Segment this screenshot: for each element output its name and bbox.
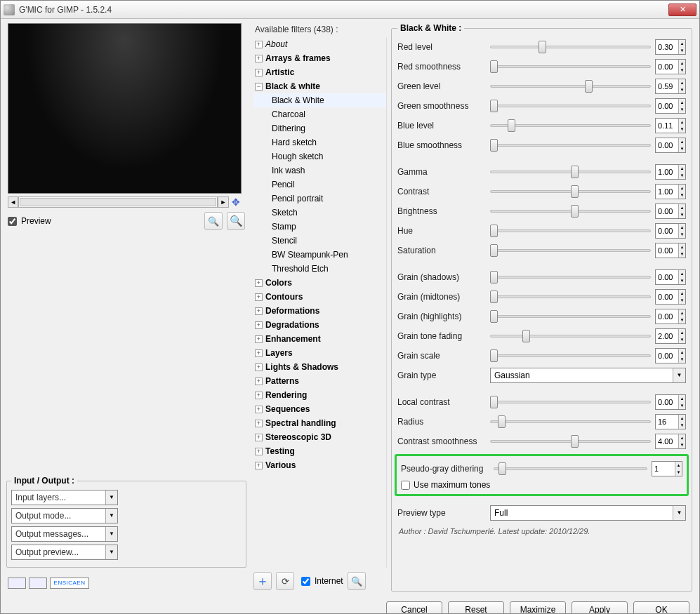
spin-down-icon[interactable]: ▼ [679, 297, 685, 304]
slider[interactable] [490, 244, 651, 257]
tree-filter[interactable]: Hard sketch [253, 135, 386, 149]
tree-category-bw[interactable]: −Black & white [253, 79, 386, 93]
spin-up-icon[interactable]: ▲ [679, 349, 685, 356]
spin-down-icon[interactable]: ▼ [679, 336, 685, 343]
expand-icon[interactable]: + [255, 462, 263, 469]
tree-category[interactable]: +Spectral handling [253, 416, 386, 430]
spin-down-icon[interactable]: ▼ [679, 316, 685, 323]
expand-icon[interactable]: + [255, 448, 263, 455]
spin-up-icon[interactable]: ▲ [679, 119, 685, 126]
spinbox[interactable]: ▲▼ [655, 164, 686, 180]
preview-scrollbar[interactable]: ◄ ► ✥ [8, 196, 242, 208]
spin-up-icon[interactable]: ▲ [679, 415, 685, 422]
tree-category[interactable]: +Patterns [253, 374, 386, 388]
spinbox[interactable]: ▲▼ [655, 203, 686, 219]
spin-up-icon[interactable]: ▲ [679, 434, 685, 441]
cancel-button[interactable]: Cancel [386, 601, 442, 614]
io-dropdown[interactable]: Output mode...▼ [11, 508, 118, 523]
tree-filter[interactable]: Dithering [253, 121, 386, 135]
spin-down-icon[interactable]: ▼ [679, 86, 685, 93]
spin-up-icon[interactable]: ▲ [679, 224, 685, 231]
spin-input[interactable] [656, 60, 678, 74]
slider[interactable] [490, 415, 651, 428]
tree-filter[interactable]: Hough sketch [253, 149, 386, 163]
tree-filter[interactable]: Sketch [253, 206, 386, 220]
tree-category[interactable]: +Stereoscopic 3D [253, 430, 386, 444]
spinbox[interactable]: ▲▼ [655, 39, 686, 55]
expand-icon[interactable]: + [255, 349, 263, 357]
tree-category[interactable]: +Rendering [253, 388, 386, 402]
expand-icon[interactable]: + [255, 335, 263, 343]
tree-category[interactable]: +Artistic [253, 65, 386, 79]
spin-up-icon[interactable]: ▲ [679, 243, 685, 251]
spin-input[interactable] [656, 309, 678, 323]
slider[interactable] [494, 462, 647, 475]
spin-down-icon[interactable]: ▼ [679, 47, 685, 54]
spin-input[interactable] [656, 204, 678, 218]
expand-icon[interactable]: + [255, 69, 263, 76]
expand-icon[interactable]: − [255, 83, 263, 91]
spin-up-icon[interactable]: ▲ [679, 138, 685, 145]
expand-icon[interactable]: + [255, 363, 263, 371]
spin-up-icon[interactable]: ▲ [679, 79, 685, 86]
refresh-icon[interactable]: ⟳ [276, 572, 294, 590]
tree-category[interactable]: +Layers [253, 346, 386, 360]
spin-input[interactable] [656, 40, 678, 54]
reset-button[interactable]: Reset [448, 601, 504, 614]
preview-type-combo[interactable]: Full▼ [490, 505, 686, 521]
tree-category[interactable]: +Arrays & frames [253, 51, 386, 65]
spinbox[interactable]: ▲▼ [655, 118, 686, 133]
tree-category[interactable]: +Testing [253, 444, 386, 458]
preview-image[interactable] [8, 23, 242, 194]
spinbox[interactable]: ▲▼ [655, 348, 686, 363]
grain-type-combo[interactable]: Gaussian▼ [490, 368, 686, 383]
expand-icon[interactable]: + [255, 321, 263, 329]
spin-up-icon[interactable]: ▲ [679, 185, 685, 192]
spinbox[interactable]: ▲▼ [655, 243, 686, 258]
spin-input[interactable] [656, 270, 678, 284]
spin-down-icon[interactable]: ▼ [679, 126, 685, 133]
tree-category[interactable]: +Deformations [253, 304, 386, 318]
spinbox[interactable]: ▲▼ [655, 328, 686, 344]
tree-category[interactable]: +Various [253, 458, 386, 472]
spinbox[interactable]: ▲▼ [655, 269, 686, 285]
tree-filter[interactable]: Pencil [253, 178, 386, 192]
tree-filter[interactable]: Stencil [253, 234, 386, 248]
spin-down-icon[interactable]: ▼ [679, 106, 685, 113]
slider[interactable] [490, 41, 651, 53]
spin-down-icon[interactable]: ▼ [679, 356, 685, 363]
zoom-out-icon[interactable]: 🔍 [204, 212, 223, 230]
tree-category[interactable]: +Enhancement [253, 332, 386, 346]
spin-up-icon[interactable]: ▲ [679, 165, 685, 172]
spin-up-icon[interactable]: ▲ [679, 60, 685, 67]
slider[interactable] [490, 330, 651, 342]
expand-icon[interactable]: + [255, 378, 263, 385]
scroll-right-icon[interactable]: ► [218, 196, 228, 208]
spin-input[interactable] [656, 290, 678, 304]
expand-icon[interactable]: + [255, 434, 263, 441]
spin-down-icon[interactable]: ▼ [679, 422, 685, 429]
spinbox[interactable]: ▲▼ [655, 434, 686, 449]
io-dropdown[interactable]: Input layers...▼ [11, 490, 118, 505]
spin-input[interactable] [656, 99, 678, 113]
tree-filter[interactable]: Ink wash [253, 163, 386, 178]
slider[interactable] [490, 291, 651, 303]
internet-checkbox[interactable] [301, 577, 310, 586]
spinbox[interactable]: ▲▼ [655, 414, 686, 429]
spinbox[interactable]: ▲▼ [655, 289, 686, 305]
spinbox[interactable]: ▲▼ [655, 223, 686, 239]
tree-filter[interactable]: Charcoal [253, 107, 386, 121]
slider[interactable] [490, 349, 651, 362]
spinbox[interactable]: ▲▼ [655, 79, 686, 94]
slider[interactable] [490, 119, 651, 132]
spinbox[interactable]: ▲▼ [655, 59, 686, 74]
slider[interactable] [490, 60, 651, 73]
slider[interactable] [490, 271, 651, 283]
slider[interactable] [490, 396, 651, 408]
spinbox[interactable]: ▲▼ [655, 184, 686, 199]
spin-down-icon[interactable]: ▼ [679, 231, 685, 238]
tree-about[interactable]: +About [253, 37, 386, 51]
preview-checkbox[interactable] [8, 217, 17, 226]
spin-down-icon[interactable]: ▼ [679, 192, 685, 199]
slider[interactable] [490, 80, 651, 93]
